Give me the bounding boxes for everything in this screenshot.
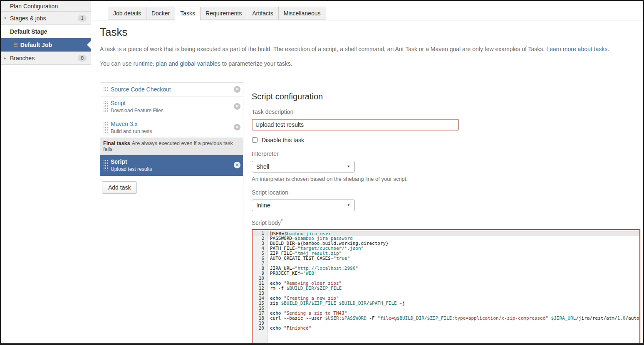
chevron-right-icon: ▸ [4, 56, 10, 60]
line-number: 19 [253, 321, 268, 326]
drag-handle[interactable] [103, 160, 108, 170]
code-token: AUTO_CREATE_TEST_CASES= [270, 256, 333, 261]
drag-handle[interactable] [103, 101, 108, 112]
code-token: echo [270, 296, 284, 301]
code-token: JIRA_URL= [270, 266, 295, 271]
code-token: -j [397, 301, 405, 306]
tab-miscellaneous[interactable]: Miscellaneous [278, 7, 326, 20]
script-location-value: Inline [256, 202, 270, 209]
code-lines[interactable]: 1USER=$bamboo_jira_user2PASSWORD=$bamboo… [253, 230, 639, 345]
line-content [268, 321, 639, 326]
disable-task-checkbox[interactable] [252, 137, 258, 143]
delete-task-icon[interactable]: ✕ [234, 86, 240, 93]
final-tasks-title: Final tasks [103, 140, 130, 146]
interpreter-value: Shell [256, 163, 269, 170]
code-line-9[interactable]: 9PROJECT_KEY="WEB" [253, 271, 639, 276]
task-item-script-upload-test-results[interactable]: ScriptUpload test results✕ [100, 155, 243, 176]
code-token: $BUILD_DIR [287, 286, 314, 291]
tab-docker[interactable]: Docker [146, 7, 175, 20]
code-token: "Finished" [284, 326, 311, 331]
script-body-editor[interactable]: 1USER=$bamboo_jira_user2PASSWORD=$bamboo… [252, 229, 640, 345]
code-line-8[interactable]: 8JIRA_URL="http://localhost:2990" [253, 266, 639, 271]
sidebar-item-default-job[interactable]: ☰Default Job [1, 38, 91, 52]
caret-down-icon: ▼ [347, 165, 350, 168]
sidebar-item-stages-jobs[interactable]: ▾Stages & jobs1 [1, 12, 91, 25]
tasks-columns: Source Code Checkout✕ScriptDownload Feat… [100, 82, 643, 345]
disable-task-label: Disable this task [262, 137, 304, 143]
code-line-19[interactable]: 19 [253, 321, 639, 326]
code-line-14[interactable]: 14echo "Creating a new zip" [253, 296, 639, 301]
line-content [268, 291, 639, 296]
code-line-10[interactable]: 10 [253, 276, 639, 281]
sidebar-item-default-stage[interactable]: Default Stage [1, 25, 91, 38]
line-number: 16 [253, 306, 268, 311]
task-item-script-download-feature-files[interactable]: ScriptDownload Feature Files✕ [100, 96, 243, 117]
code-line-20[interactable]: 20echo "Finished" [253, 326, 639, 331]
code-line-5[interactable]: 5ZIP_FILE="tm4j_result.zip" [253, 251, 639, 256]
code-line-16[interactable]: 16 [253, 306, 639, 311]
task-text: ScriptDownload Feature Files [111, 100, 230, 113]
task-item-source-code-checkout[interactable]: Source Code Checkout✕ [100, 82, 243, 96]
line-number: 17 [253, 311, 268, 316]
line-content [268, 276, 639, 281]
code-line-4[interactable]: 4PATH_FILE="target/cucumber/*.json" [253, 246, 639, 251]
task-subtitle: Upload test results [111, 166, 230, 172]
code-line-3[interactable]: 3BUILD_DIR=${bamboo.build.working.direct… [253, 241, 639, 246]
variables-note: You can use runtime, plan and global var… [100, 60, 643, 68]
code-line-12[interactable]: 12rm -f $BUILD_DIR/$ZIP_FILE [253, 286, 639, 291]
code-token: / [314, 286, 317, 291]
delete-task-icon[interactable]: ✕ [234, 124, 240, 131]
tab-artifacts[interactable]: Artifacts [247, 7, 279, 20]
script-location-select[interactable]: Inline ▼ [252, 200, 355, 211]
tab-job-details[interactable]: Job details [108, 7, 146, 20]
sidebar-items: ▾Stages & jobs1Default Stage☰Default Job… [1, 12, 91, 65]
interpreter-select[interactable]: Shell ▼ [252, 161, 355, 172]
variables-link[interactable]: runtime, plan and global variables [133, 60, 220, 67]
line-number: 15 [253, 301, 268, 306]
code-line-7[interactable]: 7 [253, 261, 639, 266]
code-line-13[interactable]: 13 [253, 291, 639, 296]
code-line-15[interactable]: 15zip $BUILD_DIR/$ZIP_FILE $BUILD_DIR/$P… [253, 301, 639, 306]
line-number: 2 [253, 236, 268, 241]
line-number: 4 [253, 246, 268, 251]
line-number: 14 [253, 296, 268, 301]
delete-task-icon[interactable]: ✕ [234, 103, 240, 110]
selected-notch [83, 41, 91, 49]
line-number: 7 [253, 261, 268, 266]
drag-handle[interactable] [103, 86, 108, 92]
drag-handle[interactable] [103, 122, 108, 133]
line-content: ZIP_FILE="tm4j_result.zip" [268, 251, 639, 256]
learn-more-link[interactable]: Learn more about tasks. [546, 46, 609, 52]
code-token: PATH_FILE= [270, 246, 297, 251]
line-number: 13 [253, 291, 268, 296]
sidebar-item-branches[interactable]: ▸Branches0 [1, 52, 91, 65]
code-token: PASSWORD= [270, 236, 295, 241]
usage-pre: You can use [100, 60, 132, 67]
code-line-6[interactable]: 6AUTO_CREATE_TEST_CASES="true" [253, 256, 639, 261]
line-content: AUTO_CREATE_TEST_CASES="true" [268, 256, 639, 261]
delete-task-icon[interactable]: ✕ [234, 162, 240, 168]
task-subtitle: Build and run tests [111, 128, 230, 134]
gutter-filler [253, 331, 268, 345]
code-line-17[interactable]: 17echo "Sending a zip to TM4J" [253, 311, 639, 316]
code-line-18[interactable]: 18curl --basic --user $USER:$PASSWORD -F… [253, 316, 639, 321]
line-number: 9 [253, 271, 268, 276]
job-list-icon: ☰ [13, 42, 18, 48]
line-number: 6 [253, 256, 268, 261]
code-line-2[interactable]: 2PASSWORD=$bamboo_jira_password [253, 236, 639, 241]
code-line-11[interactable]: 11echo "Removing older zips" [253, 281, 639, 286]
code-token: $PASSWORD [342, 316, 367, 321]
line-content: BUILD_DIR=${bamboo.build.working.directo… [268, 241, 639, 246]
tab-requirements[interactable]: Requirements [200, 7, 247, 20]
task-item-maven-3-x-build-and-run-tests[interactable]: Maven 3.xBuild and run tests✕ [100, 117, 243, 138]
count-badge: 1 [78, 15, 87, 22]
add-task-button[interactable]: Add task [102, 181, 137, 194]
tab-tasks[interactable]: Tasks [175, 7, 201, 20]
code-line-1[interactable]: 1USER=$bamboo_jira_user [253, 231, 639, 236]
task-description-input[interactable] [252, 119, 459, 131]
code-token: $ZIP_FILE [427, 316, 452, 321]
code-token: "Removing older zips" [284, 281, 342, 286]
code-token: 1.0 [617, 316, 626, 321]
bamboo-plan-configuration-window: Plan Configuration ▾Stages & jobs1Defaul… [0, 0, 644, 345]
code-token: /jira/rest/atm/ [576, 316, 617, 321]
